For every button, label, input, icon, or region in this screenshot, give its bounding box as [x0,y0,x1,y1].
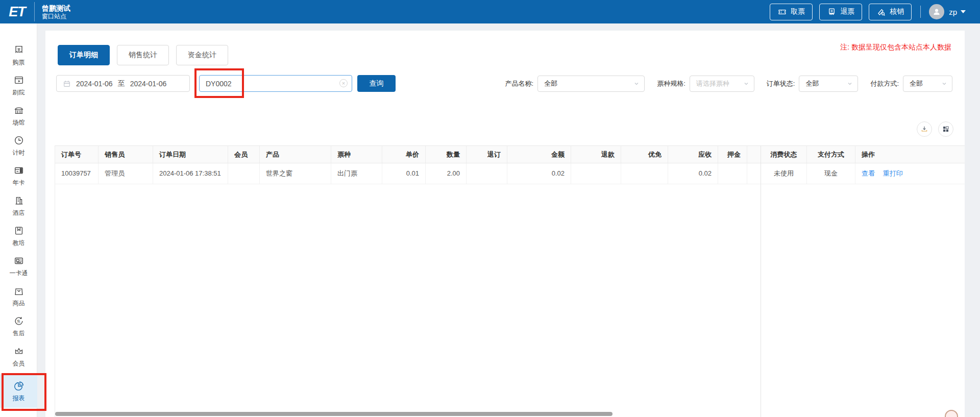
view-link[interactable]: 查看 [862,169,875,177]
col-salesperson: 销售员 [99,146,153,163]
sidebar-item-all-in-one-card[interactable]: 一卡通 [0,254,37,278]
main-content: 注: 数据呈现仅包含本站点本人数据 订单明细 销售统计 资金统计 2024-01… [45,31,965,417]
chevron-down-icon [941,81,947,87]
ticket-spec-select[interactable]: 请选择票种 [690,76,754,92]
sidebar-item-theater[interactable]: 剧院 [0,73,37,97]
tab-sales-statistics[interactable]: 销售统计 [117,45,169,65]
user-menu-caret-icon[interactable] [961,10,966,13]
sidebar-item-training[interactable]: 教培 [0,224,37,248]
report-pie-chart-icon [13,380,24,392]
col-order-date: 订单日期 [153,146,228,163]
cell-receivable: 0.02 [668,163,718,184]
cell-discount [621,163,668,184]
chevron-down-icon [743,81,749,87]
verify-stamp-icon [876,6,886,18]
date-separator: 至 [118,79,125,88]
cell-product: 世界之窗 [260,163,331,184]
table-tools [45,121,953,137]
venue-icon [13,104,24,116]
all-in-one-card-icon [13,255,24,267]
cell-amount: 0.02 [507,163,571,184]
order-status-select[interactable]: 全部 [799,76,858,92]
cell-refund [571,163,621,184]
sidebar-item-goods[interactable]: 商品 [0,284,37,308]
goods-bag-icon [13,285,24,297]
sidebar-item-buy-ticket[interactable]: 购票 [0,43,37,67]
collect-ticket-button[interactable]: 取票 [770,4,813,20]
query-button[interactable]: 查询 [357,75,396,92]
site-title: 曾鹏测试 [42,4,70,13]
sidebar-item-hotel[interactable]: 酒店 [0,193,37,218]
sidebar-item-annual-card[interactable]: 年卡 [0,163,37,188]
tab-order-details[interactable]: 订单明细 [58,45,110,65]
col-deposit-refund: 押金退 [747,146,761,163]
table-row[interactable]: 10039757 管理员 2024-01-06 17:38:51 世界之窗 出门… [55,163,761,184]
cell-unit-price: 0.01 [382,163,426,184]
dropdown-filters: 产品名称: 全部 票种规格: 请选择票种 订单状态: 全部 付款方式: 全部 [493,76,953,92]
clear-input-icon[interactable]: × [339,79,348,87]
order-search-wrap: × [199,75,352,92]
user-avatar[interactable] [929,4,944,19]
col-member: 会员 [228,146,260,163]
logo-text: ET [9,4,26,20]
reprint-link[interactable]: 重打印 [883,169,903,177]
user-name[interactable]: zp [949,8,957,16]
export-download-button[interactable] [917,121,932,137]
sidebar-item-after-sales[interactable]: 售 售后 [0,314,37,338]
member-crown-icon [13,345,24,357]
download-icon [920,125,928,133]
col-amount: 金额 [507,146,571,163]
site-subtitle: 窗口站点 [42,13,70,20]
ticket-spec-label: 票种规格: [657,79,685,88]
table-fixed-section: 消费状态 支付方式 操作 未使用 现金 查看 重打印 [761,145,965,417]
date-end: 2024-01-06 [130,80,167,88]
data-scope-note: 注: 数据呈现仅包含本站点本人数据 [840,43,951,52]
tab-funds-statistics[interactable]: 资金统计 [176,45,228,65]
training-bookmark-icon [13,225,24,237]
date-start: 2024-01-06 [76,80,113,88]
app-logo[interactable]: ET [0,0,34,23]
buy-ticket-icon [13,44,24,56]
col-actions: 操作 [855,146,965,163]
col-cancelled: 退订 [467,146,507,163]
orders-table: 订单号 销售员 订单日期 会员 产品 票种 单价 数量 退订 金额 退款 优免 … [55,145,965,417]
product-name-select[interactable]: 全部 [537,76,645,92]
payment-method-label: 付款方式: [870,79,899,88]
cell-order-no: 10039757 [55,163,99,184]
fixed-row: 未使用 现金 查看 重打印 [761,163,965,184]
refund-ticket-button[interactable]: 退票 [819,4,862,20]
chevron-down-icon [847,81,853,87]
report-tabs: 订单明细 销售统计 资金统计 [45,31,965,65]
person-icon [932,7,941,16]
verify-ticket-button[interactable]: 核销 [869,4,912,20]
header-divider [920,6,921,18]
col-quantity: 数量 [426,146,467,163]
col-product: 产品 [260,146,331,163]
product-name-label: 产品名称: [505,79,534,88]
sidebar-item-venue[interactable]: 场馆 [0,103,37,128]
sidebar-item-timing[interactable]: 计时 [0,133,37,158]
filter-bar: 2024-01-06 至 2024-01-06 × 查询 产品名称: 全部 票种… [56,75,952,92]
annual-card-icon [13,164,24,177]
sidebar-item-report[interactable]: 报表 [0,374,37,408]
cell-cancelled [467,163,507,184]
cell-actions: 查看 重打印 [855,163,965,184]
cell-quantity: 2.00 [426,163,467,184]
date-range-picker[interactable]: 2024-01-06 至 2024-01-06 [56,75,190,92]
sidebar-item-member[interactable]: 会员 [0,344,37,369]
fixed-header-row: 消费状态 支付方式 操作 [761,145,965,163]
column-settings-button[interactable] [938,121,953,137]
order-number-input[interactable] [199,75,352,92]
cell-ticket-type: 出门票 [331,163,382,184]
col-unit-price: 单价 [382,146,426,163]
cell-order-date: 2024-01-06 17:38:51 [153,163,228,184]
theater-icon [13,74,24,86]
col-consume-status: 消费状态 [761,146,807,163]
ticket-collect-icon [777,6,787,18]
payment-method-select[interactable]: 全部 [903,76,952,92]
cell-deposit-refund [747,163,761,184]
calendar-icon [63,80,71,88]
table-scroll-section: 订单号 销售员 订单日期 会员 产品 票种 单价 数量 退订 金额 退款 优免 … [55,145,761,417]
horizontal-scrollbar[interactable] [55,412,612,416]
svg-text:售: 售 [16,318,20,323]
